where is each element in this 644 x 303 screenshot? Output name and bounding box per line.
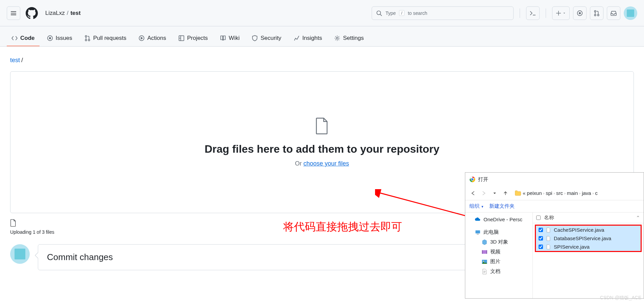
svg-point-17 xyxy=(471,178,474,181)
nav-back-button[interactable] xyxy=(469,189,477,198)
tab-wiki[interactable]: Wiki xyxy=(215,31,244,46)
path-seg[interactable]: peixun› xyxy=(527,190,544,196)
file-checkbox[interactable] xyxy=(539,245,543,249)
file-column-header[interactable]: 名称 ⌃ xyxy=(533,212,644,223)
dialog-title: 打开 xyxy=(478,176,488,183)
svg-point-9 xyxy=(85,39,87,41)
file-row[interactable]: CacheSPIService.java xyxy=(536,226,641,234)
dialog-file-area: 名称 ⌃ CacheSPIService.java DatabaseSPISer… xyxy=(533,212,644,298)
header-divider xyxy=(546,8,546,18)
search-placeholder-prefix: Type xyxy=(386,10,396,16)
tab-actions[interactable]: Actions xyxy=(134,31,171,46)
file-name: DatabaseSPIService.java xyxy=(554,235,611,241)
owner-link[interactable]: LizaLxz xyxy=(45,10,65,17)
path-seg[interactable]: c xyxy=(595,190,598,196)
inbox-button[interactable] xyxy=(607,6,620,20)
dialog-titlebar: 打开 xyxy=(465,173,644,186)
path-seg[interactable]: src› xyxy=(556,190,566,196)
file-row[interactable]: SPIService.java xyxy=(536,243,641,251)
svg-point-24 xyxy=(483,261,484,262)
column-name[interactable]: 名称 xyxy=(544,214,554,221)
file-name: CacheSPIService.java xyxy=(554,227,604,233)
file-row[interactable]: DatabaseSPIService.java xyxy=(536,234,641,243)
path-seg[interactable]: java› xyxy=(582,190,594,196)
avatar-icon xyxy=(627,9,634,17)
arrow-right-icon xyxy=(481,191,486,196)
cube-icon xyxy=(481,239,488,245)
tab-pulls[interactable]: Pull requests xyxy=(80,31,131,46)
svg-rect-18 xyxy=(475,230,480,233)
sidebar-onedrive[interactable]: OneDrive - Persc xyxy=(465,214,532,224)
tab-insights[interactable]: Insights xyxy=(289,31,327,46)
choose-files-link[interactable]: choose your files xyxy=(303,160,349,167)
tab-label: Code xyxy=(20,35,35,42)
pr-icon xyxy=(594,10,600,16)
file-checkbox[interactable] xyxy=(539,228,543,232)
path-separator: / xyxy=(21,57,23,64)
path-seg[interactable]: spi› xyxy=(546,190,555,196)
svg-point-7 xyxy=(49,37,51,39)
newfolder-button[interactable]: 新建文件夹 xyxy=(489,203,515,209)
tab-label: Projects xyxy=(187,35,208,42)
tab-issues[interactable]: Issues xyxy=(42,31,77,46)
pc-icon xyxy=(475,229,481,235)
create-new-button[interactable] xyxy=(552,6,570,20)
search-placeholder-suffix: to search xyxy=(408,10,427,16)
folder-icon xyxy=(515,190,521,197)
github-logo[interactable] xyxy=(25,6,39,20)
shield-icon xyxy=(252,35,258,41)
file-icon xyxy=(10,219,16,227)
sidebar-pc[interactable]: 此电脑 xyxy=(465,227,532,237)
tab-label: Security xyxy=(261,35,281,42)
commit-avatar xyxy=(10,244,30,264)
path-repo-link[interactable]: test xyxy=(10,57,20,64)
sidebar-docs[interactable]: 文档 xyxy=(465,267,532,276)
sidebar-3d[interactable]: 3D 对象 xyxy=(465,237,532,247)
path-breadcrumb: test/ xyxy=(10,57,634,64)
cloud-icon xyxy=(475,216,481,222)
video-icon xyxy=(481,249,488,255)
graph-icon xyxy=(294,35,300,41)
sidebar-label: OneDrive - Persc xyxy=(484,217,522,222)
dialog-path[interactable]: « peixun› spi› src› main› java› c xyxy=(515,190,640,197)
user-avatar[interactable] xyxy=(624,6,637,20)
nav-up-button[interactable] xyxy=(501,189,510,198)
issues-header-button[interactable] xyxy=(573,6,587,20)
tab-code[interactable]: Code xyxy=(7,31,40,46)
tab-security[interactable]: Security xyxy=(247,31,286,46)
svg-point-4 xyxy=(594,14,596,16)
play-icon xyxy=(139,35,145,41)
issue-icon xyxy=(47,35,53,41)
svg-point-5 xyxy=(597,14,599,16)
file-icon xyxy=(315,117,329,135)
tab-label: Issues xyxy=(56,35,72,42)
arrow-left-icon xyxy=(471,191,475,196)
organize-button[interactable]: 组织 ▼ xyxy=(469,203,484,209)
sidebar-pictures[interactable]: 图片 xyxy=(465,257,532,267)
nav-recent-button[interactable] xyxy=(490,189,499,198)
menu-icon xyxy=(10,10,17,16)
file-checkbox[interactable] xyxy=(539,236,543,241)
svg-point-8 xyxy=(85,35,87,37)
select-all-checkbox[interactable] xyxy=(536,216,541,220)
menu-button[interactable] xyxy=(7,6,20,20)
issue-icon xyxy=(577,10,583,16)
svg-rect-19 xyxy=(477,234,479,234)
path-seg[interactable]: main› xyxy=(567,190,580,196)
sidebar-video[interactable]: 视频 xyxy=(465,247,532,257)
tab-projects[interactable]: Projects xyxy=(174,31,213,46)
pulls-header-button[interactable] xyxy=(590,6,603,20)
chevron-down-icon xyxy=(493,192,496,195)
file-open-dialog: 打开 « peixun› spi› src› main› java› c 组织 … xyxy=(465,172,644,299)
repo-link[interactable]: test xyxy=(70,10,80,17)
plus-icon xyxy=(556,10,561,16)
breadcrumb-separator: / xyxy=(67,10,69,17)
path-seg: « xyxy=(523,190,525,196)
terminal-icon xyxy=(530,10,536,16)
tab-settings[interactable]: Settings xyxy=(329,31,368,46)
selected-files-highlight: CacheSPIService.java DatabaseSPIService.… xyxy=(535,225,642,252)
pictures-icon xyxy=(481,259,488,265)
search-input[interactable]: Type / to search xyxy=(372,6,514,20)
command-palette-button[interactable] xyxy=(526,6,540,20)
nav-forward-button[interactable] xyxy=(479,189,488,198)
